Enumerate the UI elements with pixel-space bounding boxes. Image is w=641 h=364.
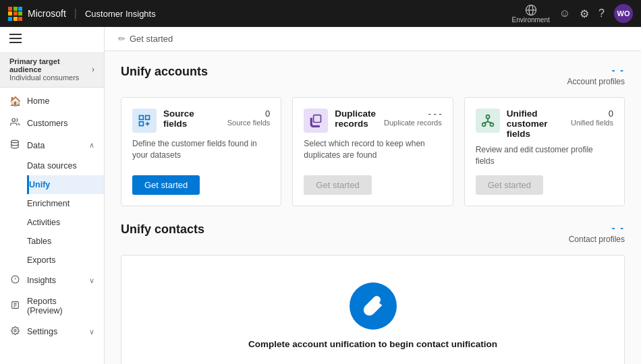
unified-fields-header: Unified customer fields 0 Unified fields [476,109,613,139]
sidebar-item-reports-label: Reports (Preview) [27,297,94,315]
data-icon [9,140,20,151]
source-fields-title: Source fields [163,109,221,129]
duplicate-records-header: Duplicate records - - - Duplicate record… [304,109,441,133]
settings-icon[interactable]: ⚙ [580,7,589,20]
svg-point-6 [12,119,16,122]
user-avatar[interactable]: WO [614,4,633,23]
data-expand-icon: ∧ [89,141,94,150]
contacts-icon-circle [350,282,397,330]
duplicate-records-button: Get started [304,175,371,195]
svg-point-15 [13,330,16,332]
unified-fields-button: Get started [476,175,543,195]
sidebar-item-tables[interactable]: Tables [27,232,104,251]
exports-label: Exports [27,255,55,265]
sidebar-item-data[interactable]: Data ∧ [0,134,104,156]
content-area: Unify accounts - - Account profiles [105,51,641,364]
breadcrumb-label: Get started [130,34,173,44]
unify-contacts-section: Unify contacts - - Contact profiles Comp… [121,222,625,364]
unify-contacts-title: Unify contacts [121,222,204,237]
sidebar-item-unify[interactable]: Unify [27,175,104,194]
duplicate-records-title: Duplicate records [335,109,377,129]
svg-rect-5 [9,42,22,43]
contact-profile-dashes: - - [612,222,625,233]
app-body: Primary target audience Individual consu… [0,27,641,364]
account-profile-dashes: - - [612,65,625,75]
source-fields-header: Source fields 0 Source fields [132,109,270,133]
hamburger-button[interactable] [0,27,104,52]
account-profiles-link[interactable]: - - Account profiles [567,65,625,86]
data-sources-label: Data sources [27,161,77,171]
source-fields-action: Get started [132,175,270,195]
source-fields-button[interactable]: Get started [132,175,200,195]
duplicate-records-action: Get started [304,175,441,195]
customers-icon [9,117,20,129]
unified-fields-count-area: 0 Unified fields [571,109,613,127]
duplicate-records-count-area: - - - Duplicate records [384,109,442,127]
insights-icon [9,275,20,286]
enrichment-label: Enrichment [27,199,69,208]
help-icon[interactable]: ? [598,7,605,20]
sidebar-settings-icon [9,326,20,337]
audience-label: Primary target audience [9,57,92,73]
sidebar-item-insights[interactable]: Insights ∨ [0,270,104,291]
sidebar-item-enrichment[interactable]: Enrichment [27,194,104,213]
insights-expand-icon: ∨ [89,276,94,285]
environment-icon [525,4,537,16]
audience-text: Primary target audience Individual consu… [9,57,92,82]
svg-point-20 [486,115,489,119]
breadcrumb-icon: ✏ [118,34,126,44]
duplicate-records-count: - - - [384,109,442,119]
topnav-title: Customer Insights [85,9,156,19]
contact-profile-label: Contact profiles [569,235,625,244]
source-fields-count-area: 0 Source fields [227,109,271,127]
unify-accounts-title: Unify accounts [121,65,208,79]
sidebar: Primary target audience Individual consu… [0,27,105,364]
svg-rect-17 [146,116,150,120]
sidebar-item-home-label: Home [27,96,94,106]
svg-rect-3 [9,34,22,35]
sidebar-item-settings-label: Settings [27,327,82,336]
sidebar-item-data-sources[interactable]: Data sources [27,156,104,175]
unify-label: Unify [29,180,50,189]
account-profile-label: Account profiles [567,77,625,86]
unify-contacts-header: Unify contacts - - Contact profiles [121,222,625,244]
svg-point-7 [11,140,19,143]
unify-accounts-header: Unify accounts - - Account profiles [121,65,625,86]
audience-selector[interactable]: Primary target audience Individual consu… [0,52,104,88]
svg-rect-4 [9,38,22,39]
duplicate-records-count-label: Duplicate records [384,119,442,127]
topnav-env-label: Environment [512,16,550,24]
sidebar-item-activities[interactable]: Activities [27,213,104,232]
contact-profiles-link[interactable]: - - Contact profiles [569,222,625,244]
source-fields-icon [132,109,157,133]
sidebar-item-settings[interactable]: Settings ∨ [0,321,104,342]
smiley-icon[interactable]: ☺ [559,7,570,20]
duplicate-records-card: Duplicate records - - - Duplicate record… [292,97,453,206]
sidebar-item-customers[interactable]: Customers [0,112,104,134]
svg-rect-19 [314,115,321,123]
unified-fields-action: Get started [476,175,613,195]
sidebar-item-reports[interactable]: Reports (Preview) [0,291,104,321]
contacts-placeholder-message: Complete account unification to begin co… [248,339,497,349]
svg-line-25 [488,122,492,123]
unified-fields-card: Unified customer fields 0 Unified fields… [464,97,625,206]
source-fields-desc: Define the customer fields found in your… [132,138,270,167]
unified-fields-title-area: Unified customer fields [507,109,564,139]
source-fields-count-label: Source fields [227,119,271,127]
sidebar-nav: 🏠 Home Customers [0,88,104,364]
source-fields-title-area: Source fields [163,109,221,129]
sidebar-item-data-label: Data [27,141,82,150]
svg-rect-18 [140,122,144,126]
topnav-environment[interactable]: Environment [512,4,550,24]
unified-fields-count-label: Unified fields [571,119,613,127]
ms-logo-text: Microsoft [28,8,66,19]
unified-fields-desc: Review and edit customer profile fields [476,144,613,167]
sidebar-item-home[interactable]: 🏠 Home [0,90,104,112]
svg-point-21 [482,123,485,126]
sidebar-item-exports[interactable]: Exports [27,251,104,270]
reports-icon [9,301,20,311]
topnav-separator: | [74,7,77,20]
unify-cards-row: Source fields 0 Source fields Define the… [121,97,625,206]
sidebar-data-subitems: Data sources Unify Enrichment Activities… [0,156,104,270]
duplicate-records-title-area: Duplicate records [335,109,377,129]
